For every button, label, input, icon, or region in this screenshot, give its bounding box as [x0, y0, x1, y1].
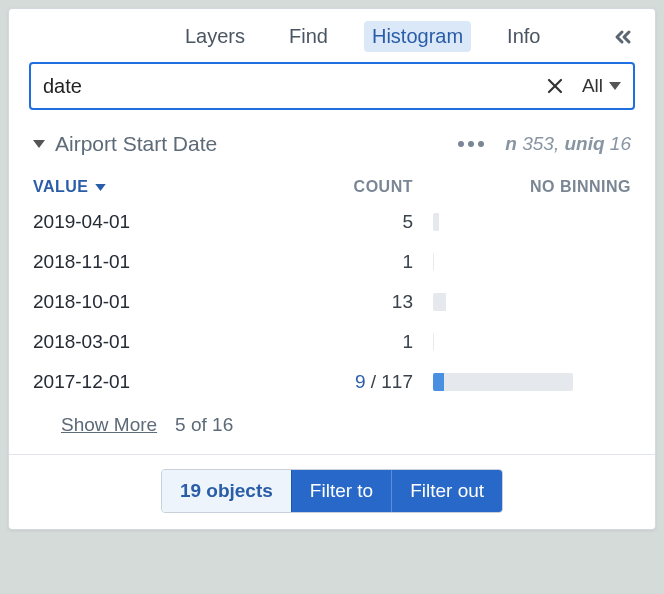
show-more-link[interactable]: Show More: [61, 414, 157, 436]
row-value: 2019-04-01: [33, 211, 333, 233]
tab-layers[interactable]: Layers: [177, 21, 253, 52]
scope-dropdown[interactable]: All: [582, 75, 621, 97]
object-count-button[interactable]: 19 objects: [162, 470, 291, 512]
rows-container: 2019-04-0152018-11-0112018-10-01132018-0…: [9, 202, 655, 402]
tab-bar: Layers Find Histogram Info: [9, 9, 655, 62]
table-row[interactable]: 2018-10-0113: [33, 282, 631, 322]
histogram-panel: Layers Find Histogram Info All Airport S…: [8, 8, 656, 530]
clear-search-button[interactable]: [546, 77, 564, 95]
collapse-button[interactable]: [611, 25, 635, 49]
row-position: 5 of 16: [175, 414, 233, 436]
search-row: All: [9, 62, 655, 124]
row-count: 13: [333, 291, 413, 313]
row-bar: [413, 213, 631, 231]
table-row[interactable]: 2017-12-019 / 117: [33, 362, 631, 402]
svg-marker-7: [95, 184, 106, 191]
field-header: Airport Start Date n 353, uniq 16: [9, 124, 655, 164]
svg-marker-2: [609, 82, 621, 90]
row-value: 2018-03-01: [33, 331, 333, 353]
search-box: All: [29, 62, 635, 110]
table-row[interactable]: 2019-04-015: [33, 202, 631, 242]
collapse-field-button[interactable]: [33, 140, 45, 148]
close-icon: [546, 77, 564, 95]
svg-point-5: [468, 141, 474, 147]
column-count-header[interactable]: COUNT: [333, 178, 413, 196]
row-count: 9 / 117: [333, 371, 413, 393]
row-value: 2018-10-01: [33, 291, 333, 313]
svg-point-6: [478, 141, 484, 147]
row-bar: [413, 293, 631, 311]
column-value-label: VALUE: [33, 178, 89, 196]
tab-histogram[interactable]: Histogram: [364, 21, 471, 52]
footer: 19 objects Filter to Filter out: [9, 454, 655, 529]
ellipsis-icon: [457, 140, 485, 148]
row-value: 2018-11-01: [33, 251, 333, 273]
field-stats: n 353, uniq 16: [505, 133, 631, 155]
filter-to-button[interactable]: Filter to: [291, 470, 391, 512]
svg-point-4: [458, 141, 464, 147]
column-binning-header[interactable]: NO BINNING: [413, 178, 631, 196]
scope-label: All: [582, 75, 603, 97]
row-bar: [413, 373, 631, 391]
row-count: 1: [333, 251, 413, 273]
tab-info[interactable]: Info: [499, 21, 548, 52]
row-bar: [413, 253, 631, 271]
field-title: Airport Start Date: [55, 132, 217, 156]
caret-down-icon: [609, 82, 621, 90]
row-count: 5: [333, 211, 413, 233]
tab-find[interactable]: Find: [281, 21, 336, 52]
caret-down-icon: [33, 140, 45, 148]
column-value-header[interactable]: VALUE: [33, 178, 333, 196]
field-menu-button[interactable]: [457, 140, 485, 148]
row-value: 2017-12-01: [33, 371, 333, 393]
filter-out-button[interactable]: Filter out: [391, 470, 502, 512]
filter-button-group: 19 objects Filter to Filter out: [161, 469, 503, 513]
svg-marker-3: [33, 140, 45, 148]
show-more-row: Show More 5 of 16: [9, 402, 655, 454]
row-bar: [413, 333, 631, 351]
caret-down-icon: [95, 184, 106, 191]
row-count: 1: [333, 331, 413, 353]
table-row[interactable]: 2018-11-011: [33, 242, 631, 282]
chevron-double-left-icon: [611, 25, 635, 49]
table-row[interactable]: 2018-03-011: [33, 322, 631, 362]
table-header: VALUE COUNT NO BINNING: [9, 164, 655, 202]
search-input[interactable]: [43, 75, 546, 98]
